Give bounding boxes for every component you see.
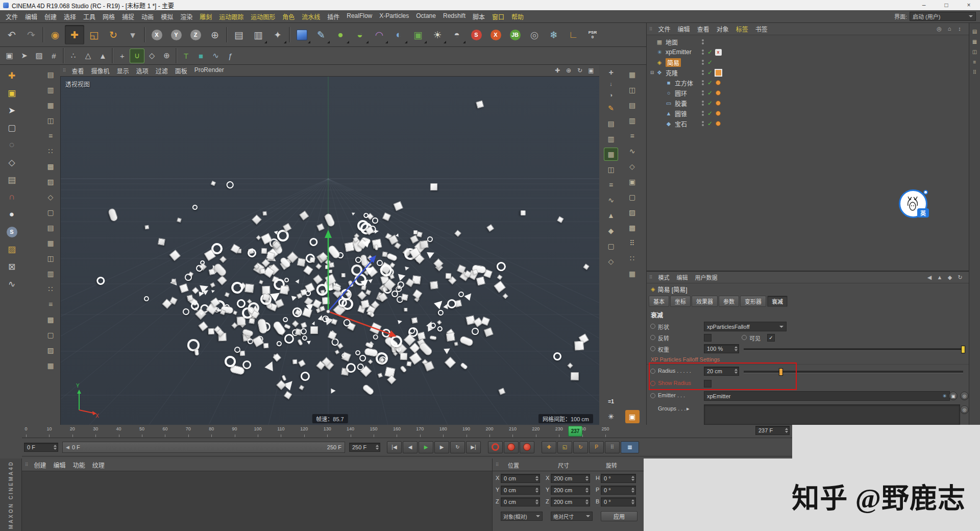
coord-size-dropdown[interactable]: 绝对尺寸 [551,512,593,521]
edges-mode-icon[interactable]: △ [81,49,95,63]
modeling-preset-6-icon[interactable]: ∷ [43,144,58,158]
ime-indicator[interactable]: 英 [899,189,935,223]
coord-field-Y-1[interactable]: 0 cm [501,486,540,495]
back-icon[interactable]: ◀ [925,274,934,281]
key-rotation-toggle[interactable]: ↻ [573,441,588,453]
key-scale-toggle[interactable]: ◱ [557,441,572,453]
visible-checkbox[interactable]: ✓ [767,334,775,342]
render-picture-viewer-icon[interactable]: ▥ [249,25,268,44]
ime-language-badge[interactable]: 英 [917,208,929,218]
add-light-icon[interactable]: ☀ [428,25,447,44]
menu-流水线[interactable]: 流水线 [298,12,324,21]
tab-变形器[interactable]: 变形器 [740,296,766,307]
coord-field-X-0[interactable]: 200 cm [551,474,590,483]
dock-rows-icon[interactable]: ≡ [971,58,979,66]
preset-shelf-4-icon[interactable]: ◫ [604,163,618,176]
tree-item-立方体[interactable]: ■立方体✓ [647,78,861,88]
volume-tool-icon[interactable]: ■ [193,49,208,63]
shelf2-7-icon[interactable]: ◇ [625,160,640,173]
weight-slider[interactable] [744,348,963,351]
enabled-check[interactable]: ✓ [706,69,714,76]
anim-dot-icon[interactable] [650,324,655,329]
enabled-check[interactable]: ✓ [706,49,714,56]
am-menu-模式[interactable]: 模式 [655,273,673,281]
coil-tool-icon[interactable]: ∿ [208,49,223,63]
menu-选择[interactable]: 选择 [60,12,80,21]
modeling-preset-18-icon[interactable]: ▢ [43,328,58,342]
drag-grip[interactable]: ⠿ [496,462,499,467]
tab-基本[interactable]: 基本 [649,296,669,307]
updown-icon[interactable]: ↕ [955,26,964,32]
group-tag[interactable] [716,90,721,95]
menu-渲染[interactable]: 渲染 [177,12,196,21]
drag-grip[interactable]: ⠿ [63,68,66,73]
goto-end-button[interactable]: ▶| [466,441,481,453]
rotate-tool-icon[interactable]: ↻ [104,25,123,44]
anim-dot-icon[interactable] [650,369,655,374]
color-swatch-icon[interactable]: ▣ [4,85,20,101]
lock-x-icon[interactable]: X [147,25,166,44]
menu-窗口[interactable]: 窗口 [488,12,508,21]
modeling-preset-20-icon[interactable]: ▦ [43,359,58,372]
drag-grip[interactable]: ⠿ [25,462,28,467]
menu-插件[interactable]: 插件 [324,12,343,21]
group-tag[interactable] [716,101,721,106]
show-radius-checkbox[interactable] [704,380,712,388]
node-button[interactable]: ▣ [949,392,958,400]
sketch-sphere-icon[interactable]: S [4,224,20,239]
preset-shelf-7-icon[interactable]: ▲ [604,209,618,222]
viewport-menu-prorender[interactable]: ProRender [191,66,228,75]
modeling-preset-15-icon[interactable]: ∷ [43,282,58,296]
timeline-ruler[interactable]: 237 F 0102030405060708090100110120130140… [22,425,792,438]
modeling-preset-14-icon[interactable]: ▥ [43,267,58,280]
viewport-menu-过滤[interactable]: 过滤 [152,66,172,75]
coil-icon[interactable]: ∿ [4,276,20,292]
xparticles-icon[interactable]: X [486,25,505,44]
invert-checkbox[interactable] [704,334,712,342]
slider-handle[interactable] [779,368,783,376]
next-key-button[interactable]: ▶ [434,441,449,453]
preset-shelf-10-icon[interactable]: ◇ [604,255,618,268]
anim-dot-icon[interactable] [650,381,655,386]
coord-mode-dropdown[interactable]: 对象(相对) [501,512,543,521]
visibility-toggles[interactable] [700,60,706,65]
menu-X-Particles[interactable]: X-Particles [376,12,412,21]
poly-select-icon[interactable]: ◇ [4,155,20,170]
coord-field-Z-2[interactable]: 200 cm [551,497,590,506]
material-menu-编辑[interactable]: 编辑 [50,461,69,469]
modeling-preset-7-icon[interactable]: ▩ [43,160,58,173]
viewport-menu-查看[interactable]: 查看 [68,66,88,75]
key-pla-toggle[interactable]: ⠿ [605,441,620,453]
am-menu-用户数据[interactable]: 用户数据 [692,273,721,281]
material-menu-创建[interactable]: 创建 [31,461,50,469]
drag-grip[interactable]: ⠿ [649,27,652,32]
render-view-icon[interactable]: ▤ [229,25,249,44]
drag-grip[interactable]: ⠿ [649,275,652,280]
menu-创建[interactable]: 创建 [41,12,60,21]
shelf2-3-icon[interactable]: ▤ [625,99,640,112]
modeling-preset-19-icon[interactable]: ▨ [43,344,58,357]
menu-模拟[interactable]: 模拟 [157,12,177,21]
shelf2-13-icon[interactable]: ∷ [625,252,640,265]
paint-icon[interactable]: ▨ [4,242,20,257]
visibility-toggles[interactable] [700,39,706,44]
shelf2-9-icon[interactable]: ▢ [625,190,640,204]
add-environment-icon[interactable]: ◐ [389,25,408,44]
shelf2-10-icon[interactable]: ▨ [625,206,640,219]
expander-icon[interactable]: ⊟ [649,70,655,75]
loop-button[interactable]: ↻ [450,441,465,453]
groups-list-box[interactable] [704,404,960,425]
visibility-toggles[interactable] [700,101,706,106]
menu-帮助[interactable]: 帮助 [508,12,527,21]
refresh-icon[interactable]: ↻ [955,274,965,281]
modeling-preset-3-icon[interactable]: ▦ [43,99,58,112]
slider-handle[interactable] [961,346,965,353]
menu-脚本[interactable]: 脚本 [469,12,488,21]
dock-columns-icon[interactable]: ◫ [971,47,979,56]
enabled-check[interactable]: ✓ [706,89,714,96]
axis-move-icon[interactable]: ✚ [4,68,20,83]
current-frame-display[interactable]: 237 F [755,426,790,435]
minimize-button[interactable]: – [913,0,935,10]
redshift-icon[interactable]: ❄ [544,25,564,44]
add-cube-icon[interactable] [292,25,311,44]
